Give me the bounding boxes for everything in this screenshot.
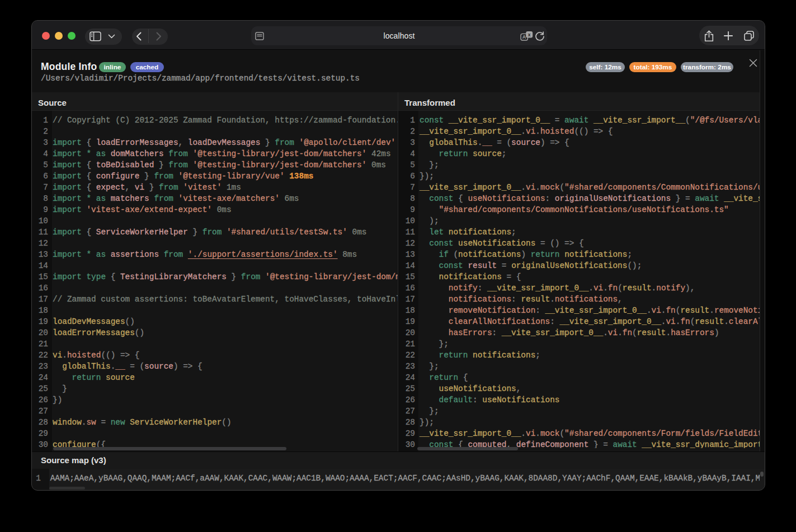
svg-text:x: x xyxy=(528,32,531,37)
svg-text:A: A xyxy=(522,34,526,40)
